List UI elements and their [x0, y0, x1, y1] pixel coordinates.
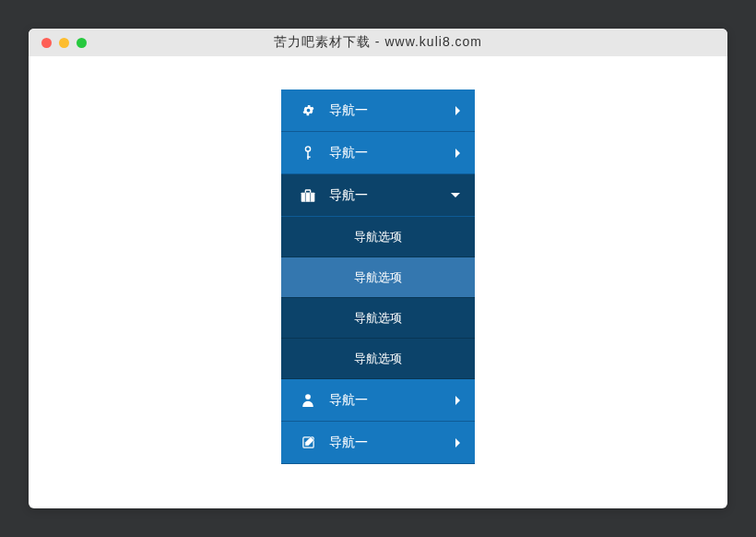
subnav-item[interactable]: 导航选项 [281, 298, 475, 339]
subnav-item[interactable]: 导航选项 [281, 257, 475, 298]
nav-item-edit[interactable]: 导航一 [281, 422, 475, 464]
nav-item-label: 导航一 [329, 435, 455, 451]
user-icon [300, 393, 316, 407]
nav-item-settings[interactable]: 导航一 [281, 90, 475, 132]
subnav-item[interactable]: 导航选项 [281, 217, 475, 257]
content-area: 导航一 导航一 导航一 导航选项 [29, 56, 727, 508]
chevron-right-icon [455, 149, 460, 158]
nav-item-label: 导航一 [329, 145, 455, 161]
chevron-down-icon [451, 193, 460, 197]
maximize-button[interactable] [77, 38, 87, 48]
svg-point-7 [305, 394, 311, 400]
nav-item-user[interactable]: 导航一 [281, 379, 475, 422]
subnav-item-label: 导航选项 [354, 229, 402, 245]
svg-rect-4 [305, 190, 310, 193]
nav-item-label: 导航一 [329, 102, 455, 119]
edit-icon [300, 436, 316, 449]
browser-window: 苦力吧素材下载 - www.kuli8.com 导航一 导航一 [29, 29, 727, 508]
svg-point-0 [305, 146, 310, 150]
nav-item-label: 导航一 [329, 187, 451, 204]
key-icon [300, 146, 316, 161]
minimize-button[interactable] [59, 38, 69, 48]
titlebar: 苦力吧素材下载 - www.kuli8.com [29, 29, 727, 56]
subnav: 导航选项 导航选项 导航选项 导航选项 [281, 217, 475, 379]
chevron-right-icon [455, 396, 460, 405]
subnav-item-label: 导航选项 [354, 310, 402, 327]
close-button[interactable] [41, 38, 52, 48]
svg-rect-2 [307, 156, 310, 157]
chevron-right-icon [455, 106, 460, 115]
svg-rect-1 [307, 150, 308, 159]
vertical-nav: 导航一 导航一 导航一 导航选项 [281, 90, 475, 464]
gear-icon [300, 103, 316, 117]
chevron-right-icon [455, 438, 460, 448]
nav-item-label: 导航一 [329, 392, 455, 409]
subnav-item[interactable]: 导航选项 [281, 339, 475, 379]
window-title: 苦力吧素材下载 - www.kuli8.com [29, 34, 727, 51]
nav-item-key[interactable]: 导航一 [281, 132, 475, 174]
subnav-item-label: 导航选项 [354, 269, 402, 286]
svg-rect-3 [301, 192, 315, 201]
subnav-item-label: 导航选项 [354, 351, 402, 367]
nav-item-briefcase[interactable]: 导航一 [281, 174, 475, 217]
window-controls [41, 38, 87, 48]
briefcase-icon [300, 189, 316, 202]
